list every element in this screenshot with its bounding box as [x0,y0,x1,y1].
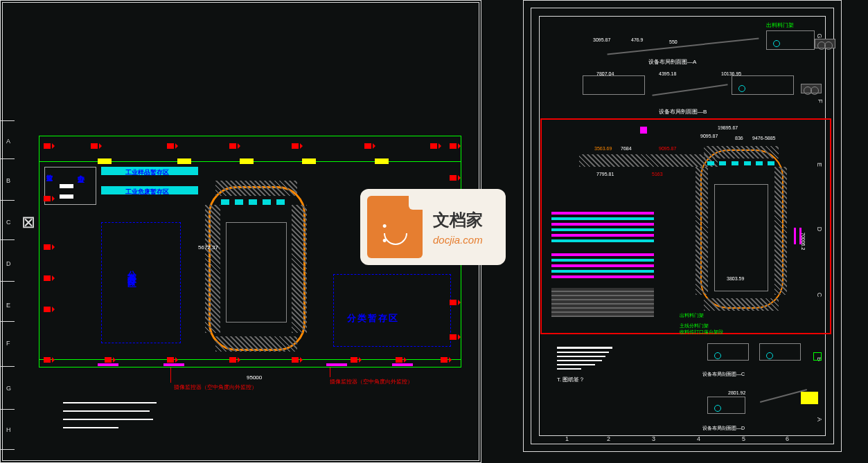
upper-label-1: 工业样品暂存区 [125,168,169,177]
door-marker [240,158,254,164]
table-row [551,223,654,226]
camera-icon [44,194,53,203]
annotation-right: 摄像监控器（空中角度向外监控） [330,378,413,385]
building-section [759,343,801,361]
magenta-segment [326,363,347,366]
conveyor-segment [774,167,787,295]
dim-d8: 9095.87 [700,134,718,138]
building-section [707,397,745,414]
grid-tick [1,321,15,322]
grid-col-2: 2 [607,435,610,442]
table-row [551,253,654,256]
camera-icon [44,142,53,150]
leader-line [170,367,171,383]
grid-col-1: 1 [565,435,569,442]
x-marker-icon: ⊠ [21,214,35,230]
conveyor-segment [292,205,307,333]
camera-icon [44,274,53,282]
dim-d8b: 9095.87 [659,146,676,151]
green-box [813,352,822,361]
grid-row-d: D [6,260,11,267]
grid-tick [1,239,15,240]
desk [60,184,73,188]
grid-row-b: B [6,177,10,184]
yellow-equipment [801,392,818,404]
title-line [63,427,118,428]
door-marker [177,158,191,164]
magenta-marker [794,228,796,244]
camera-icon [91,142,100,150]
dim-d13: 7795.81 [596,172,614,176]
table-row [551,259,654,262]
legend-table-3 [551,288,654,317]
camera-icon [364,142,374,150]
camera-icon [450,142,459,150]
conveyor-segment [215,181,297,196]
equipment [714,405,721,412]
dim-d2: 476.9 [631,37,644,42]
building-section [766,30,815,50]
dim-d19: 2801.92 [728,390,745,395]
table-row [551,217,654,220]
building-left [583,75,645,95]
grid-row-g: G [6,385,11,392]
machine [221,199,229,205]
magenta-segment [392,363,413,366]
ramp-line [607,38,759,55]
title-line [557,347,612,349]
door-marker [302,158,316,164]
label-outlet: 出料料门架 [680,312,704,319]
watermark-logo: 文档家 docjia.com [360,189,506,265]
center-equipment [226,222,287,323]
grid-row-a: A [6,138,10,145]
dim-d20: 70006.2 [801,233,806,250]
watermark-title: 文档家 [433,209,483,231]
conveyor-segment [215,336,297,352]
section-b-title: 设备布局剖面图—B [659,108,707,116]
camera-icon [44,243,53,251]
dim-width: 95000 [247,374,262,381]
grid-row-h: H [6,426,11,433]
machine [744,161,751,165]
grid-tick [1,366,15,367]
conveyor-segment [704,298,779,311]
dim-d16: 3803.59 [727,276,744,281]
title-line [63,419,153,420]
dim-d11: 836 [735,136,743,140]
drawing-sheet-2: G F E D C B A 1 2 3 4 5 6 3095.87 476.9 … [523,0,842,452]
grid-col-5: 5 [742,435,745,442]
magenta-segment [163,363,184,366]
magenta-marker [640,127,647,134]
right-area-box [333,274,451,347]
camera-icon [292,356,301,364]
title-line [557,368,581,370]
grid-tick [1,449,15,450]
section-a-view [565,25,829,63]
section-d-title: 设备布局剖面图—D [702,425,745,432]
equipment-circle [738,85,745,92]
camera-icon [44,356,53,364]
machine [707,161,714,165]
dim-d14: 5163 [652,172,663,176]
camera-icon [450,174,459,182]
title-line [63,410,150,412]
dim-d1: 3095.87 [593,37,610,42]
dim-d10: 7684 [621,146,632,151]
machine [732,161,738,165]
annotation-left: 摄像监控器（空中角度向外监控） [174,383,257,391]
section-green-label: 出料料门架 [766,21,794,29]
camera-icon [441,356,450,364]
title-line [557,364,595,365]
grid-col-3: 3 [652,435,655,442]
machine [235,199,243,205]
section-a-title: 设备布局剖面图—A [648,58,696,66]
upper-label-2: 工业危废暂存区 [125,188,169,197]
truck-icon [801,84,822,93]
camera-icon [167,142,177,150]
grid-row-f: F [6,340,10,347]
conveyor-segment [205,205,220,333]
conveyor-segment [579,154,718,167]
leader-line [330,367,330,377]
table-row [551,270,654,273]
grid-tick [1,158,15,159]
